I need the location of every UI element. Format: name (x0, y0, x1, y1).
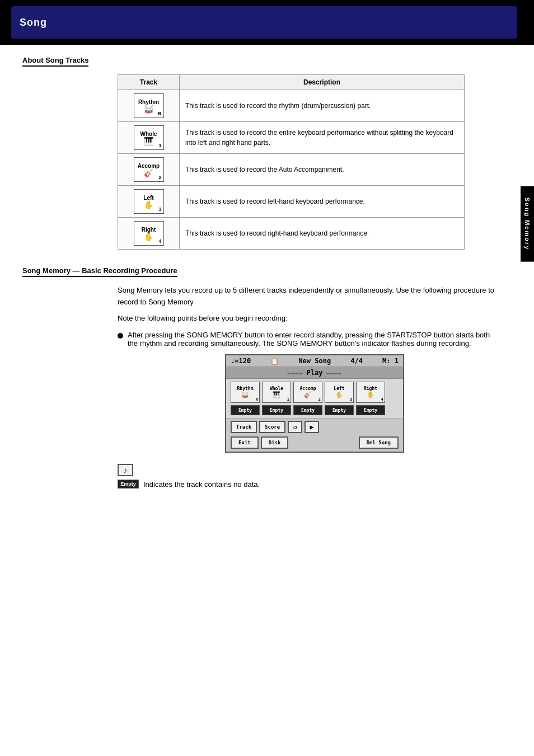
section1-heading: About Song Tracks (22, 56, 88, 67)
screen-buttons-row2: Exit Disk Del Song (226, 435, 403, 452)
main-content: About Song Tracks Track Description Rhyt… (0, 45, 534, 500)
music-note-btn-inline: ♪ (118, 464, 133, 476)
table-col2-header: Description (180, 75, 465, 90)
screen-track-btn-accomp[interactable]: Accomp 🎸 2 (293, 382, 322, 403)
screen-play-label: Play (307, 369, 323, 377)
screen-track-btn-right[interactable]: Right ✋ 4 (356, 382, 385, 403)
track-num-2: 2 (158, 175, 161, 180)
section2-para1: Song Memory lets you record up to 5 diff… (118, 285, 512, 308)
track-icon-cell-3: Left ✋ 3 (118, 186, 180, 218)
right-tab: Song Memory (521, 186, 534, 262)
screen-empty-btn-1[interactable]: Empty (262, 405, 291, 415)
track-icon-box-3: Left ✋ 3 (134, 189, 164, 214)
empty-label-row: Empty Indicates the track contains no da… (118, 480, 512, 489)
track-icon-cell-1: Whole 🎹 1 (118, 122, 180, 154)
track-num-4: 4 (158, 238, 161, 244)
play-bar-dots-left: ▬▬▬▬ (287, 370, 303, 376)
screen-empty-btn-3[interactable]: Empty (325, 405, 354, 415)
screen-play-bar: ▬▬▬▬ Play ▬▬▬▬ (226, 367, 403, 379)
track-name-3: Left (143, 195, 153, 201)
track-btn-icon-0: 🥁 (241, 391, 249, 398)
bottom-note-text: ♪ (118, 464, 341, 476)
track-btn-label-4: Right (364, 387, 377, 391)
screen-track-btn-rhythm[interactable]: Rhythm 🥁 R (231, 382, 260, 403)
table-col1-header: Track (118, 75, 180, 90)
section2-para2: Note the following points before you beg… (118, 313, 512, 325)
screen-song-icon: 📋 (270, 357, 279, 365)
play-button[interactable]: ▶ (305, 421, 319, 433)
track-icon-cell-4: Right ✋ 4 (118, 218, 180, 250)
track-desc-cell-0: This track is used to record the rhythm … (180, 90, 465, 122)
screen-tempo: ♩=120 (231, 357, 251, 365)
track-num-0: R (158, 111, 162, 116)
track-icon-img-3: ✋ (144, 201, 153, 209)
track-btn-num-2: 2 (318, 397, 321, 402)
track-name-0: Rhythm (138, 99, 159, 105)
song-screen: ♩=120 📋 New Song 4/4 M: 1 ▬▬▬▬ Play ▬▬▬▬ (225, 354, 404, 453)
bottom-note: ♪ Empty Indicates the track contains no … (118, 464, 512, 489)
track-icon-img-0: 🥁 (144, 105, 153, 113)
track-icon-box-4: Right ✋ 4 (134, 221, 164, 246)
screen-track-btn-whole[interactable]: Whole 🎹 1 (262, 382, 291, 403)
screen-empty-row: EmptyEmptyEmptyEmptyEmpty (226, 404, 403, 418)
screen-song-name: New Song (298, 357, 331, 365)
screen-empty-btn-0[interactable]: Empty (231, 405, 260, 415)
bullet-point-1: After pressing the SONG MEMORY button to… (118, 331, 498, 348)
empty-desc-text: Indicates the track contains no data. (143, 480, 260, 489)
track-desc-cell-4: This track is used to record right-hand … (180, 218, 465, 250)
track-btn-label-3: Left (334, 387, 344, 391)
track-btn-num-1: 1 (287, 397, 289, 402)
track-table: Track Description Rhythm 🥁 R This track … (118, 74, 465, 250)
header-title: Song (20, 17, 47, 29)
track-icon-img-1: 🎹 (144, 137, 153, 145)
track-desc-cell-2: This track is used to record the Auto Ac… (180, 154, 465, 186)
track-name-4: Right (142, 227, 156, 233)
track-btn-num-3: 3 (350, 397, 352, 402)
screen-track-btn-left[interactable]: Left ✋ 3 (325, 382, 354, 403)
track-num-3: 3 (158, 206, 161, 212)
header-inner: Song (11, 6, 517, 39)
track-desc-cell-3: This track is used to record left-hand k… (180, 186, 465, 218)
track-icon-img-2: 🎸 (144, 169, 153, 177)
track-btn-label-2: Accomp (300, 387, 316, 391)
song-screen-wrapper: ♩=120 📋 New Song 4/4 M: 1 ▬▬▬▬ Play ▬▬▬▬ (118, 354, 512, 453)
screen-tracks-row: Rhythm 🥁 R Whole 🎹 1 Accomp 🎸 2 Left ✋ 3… (226, 379, 403, 404)
right-tab-label: Song Memory (524, 198, 531, 251)
track-btn-num-0: R (256, 397, 258, 402)
track-btn-icon-4: ✋ (367, 391, 374, 398)
track-icon-cell-2: Accomp 🎸 2 (118, 154, 180, 186)
loop-button[interactable]: ↺ (288, 421, 302, 433)
track-button[interactable]: Track (231, 421, 257, 433)
track-btn-label-1: Whole (270, 387, 283, 391)
bullet1-text: After pressing the SONG MEMORY button to… (128, 331, 498, 348)
del-song-button[interactable]: Del Song (359, 436, 399, 449)
track-icon-img-4: ✋ (144, 233, 153, 241)
screen-empty-btn-2[interactable]: Empty (293, 405, 322, 415)
play-bar-dots-right: ▬▬▬▬ (326, 370, 341, 376)
screen-time-sig: 4/4 (350, 357, 363, 365)
track-btn-num-4: 4 (381, 397, 383, 402)
track-btn-icon-3: ✋ (335, 391, 343, 398)
track-desc-cell-1: This track is used to record the entire … (180, 122, 465, 154)
track-icon-cell-0: Rhythm 🥁 R (118, 90, 180, 122)
score-button[interactable]: Score (259, 421, 285, 433)
track-icon-box-2: Accomp 🎸 2 (134, 157, 164, 182)
screen-buttons-row1: Track Score ↺ ▶ (226, 418, 403, 435)
bullet-dot-icon (118, 333, 123, 339)
disk-button[interactable]: Disk (261, 436, 289, 449)
music-note-row: ♪ (118, 464, 512, 476)
screen-measure-label: M: 1 (382, 357, 399, 365)
track-name-1: Whole (140, 131, 157, 137)
exit-button[interactable]: Exit (231, 436, 259, 449)
track-icon-box-1: Whole 🎹 1 (134, 125, 164, 150)
track-btn-icon-1: 🎹 (273, 391, 280, 398)
screen-empty-btn-4[interactable]: Empty (356, 405, 385, 415)
track-icon-box-0: Rhythm 🥁 R (134, 93, 164, 118)
track-btn-label-0: Rhythm (237, 387, 254, 391)
track-name-2: Accomp (138, 163, 160, 169)
section2: Song Memory — Basic Recording Procedure … (22, 266, 512, 489)
spacer (291, 436, 356, 449)
track-btn-icon-2: 🎸 (304, 391, 312, 398)
section2-heading: Song Memory — Basic Recording Procedure (22, 266, 177, 277)
empty-tag-small: Empty (118, 480, 139, 489)
